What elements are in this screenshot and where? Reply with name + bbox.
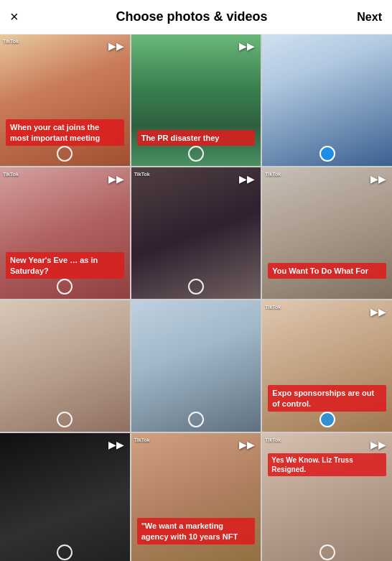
select-circle[interactable]	[319, 412, 335, 427]
video-badge-icon: ▶▶	[108, 40, 124, 52]
video-badge-icon: ▶▶	[370, 306, 386, 317]
close-button[interactable]: ×	[10, 9, 36, 25]
video-badge-icon: ▶▶	[108, 173, 124, 185]
grid-cell-7[interactable]	[0, 300, 130, 432]
next-button[interactable]: Next	[347, 11, 382, 24]
page-title: Choose photos & videos	[36, 9, 347, 24]
select-circle[interactable]	[57, 412, 73, 427]
tiktok-label: TikTok	[265, 172, 281, 177]
select-circle[interactable]	[188, 412, 204, 427]
tiktok-label: TikTok	[3, 172, 19, 177]
tiktok-label: TikTok	[265, 437, 281, 442]
grid-cell-10[interactable]: ▶▶	[0, 433, 130, 561]
grid-cell-4[interactable]: TikTok▶▶New Year's Eve … as in Saturday?	[0, 167, 130, 299]
grid-cell-11[interactable]: TikTok▶▶"We want a marketing agency with…	[131, 433, 261, 561]
grid-cell-2[interactable]: ▶▶The PR disaster they	[131, 34, 261, 166]
grid-cell-8[interactable]	[131, 300, 261, 432]
select-circle[interactable]	[188, 279, 204, 295]
photo-grid: TikTok▶▶When your cat joins the most imp…	[0, 34, 392, 561]
select-circle[interactable]	[188, 146, 204, 162]
caption-label: "We want a marketing agency with 10 year…	[137, 518, 256, 544]
grid-cell-9[interactable]: TikTok▶▶Expo sponsorships are out of con…	[262, 300, 392, 432]
header: × Choose photos & videos Next	[0, 0, 392, 34]
video-badge-icon: ▶▶	[370, 173, 386, 185]
grid-cell-1[interactable]: TikTok▶▶When your cat joins the most imp…	[0, 34, 130, 166]
caption-label: When your cat joins the most important m…	[6, 119, 124, 146]
select-circle[interactable]	[57, 544, 73, 560]
video-badge-icon: ▶▶	[239, 439, 255, 450]
grid-cell-3[interactable]	[262, 34, 392, 166]
video-badge-icon: ▶▶	[370, 439, 386, 450]
caption-label: Expo sponsorships are out of control.	[268, 385, 386, 412]
caption-label: New Year's Eve … as in Saturday?	[6, 252, 124, 279]
select-circle[interactable]	[319, 544, 335, 560]
video-badge-icon: ▶▶	[239, 173, 255, 185]
tiktok-label: TikTok	[3, 39, 19, 44]
video-badge-icon: ▶▶	[239, 40, 255, 52]
video-badge-icon: ▶▶	[108, 439, 124, 450]
caption-label: The PR disaster they	[137, 130, 256, 146]
select-circle[interactable]	[319, 146, 335, 162]
grid-cell-5[interactable]: TikTok▶▶	[131, 167, 261, 299]
tiktok-label: TikTok	[265, 305, 281, 310]
tiktok-label: TikTok	[134, 172, 150, 177]
caption-label: You Want To Do What For	[268, 263, 386, 279]
select-circle[interactable]	[57, 146, 73, 162]
grid-cell-12[interactable]: TikTok▶▶Yes We Know. Liz Truss Resigned.	[262, 433, 392, 561]
top-caption: Yes We Know. Liz Truss Resigned.	[268, 453, 386, 476]
grid-cell-6[interactable]: TikTok▶▶You Want To Do What For	[262, 167, 392, 299]
tiktok-label: TikTok	[134, 437, 150, 442]
select-circle[interactable]	[57, 279, 73, 295]
